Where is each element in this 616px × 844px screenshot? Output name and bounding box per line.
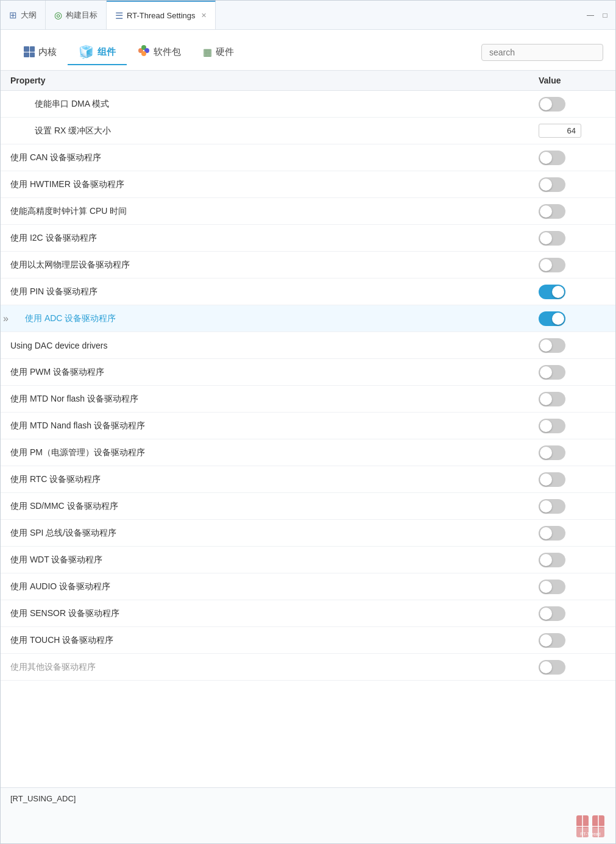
toggle-wdt[interactable] [539, 553, 565, 567]
table-row: Using DAC device drivers [1, 332, 615, 359]
toggle-thumb-rtc [540, 473, 552, 486]
table-row: 使用 AUDIO 设备驱动程序 [1, 573, 615, 600]
table-row: 使用 SPI 总线/设备驱动程序 [1, 520, 615, 547]
minimize-button[interactable]: — [585, 10, 596, 21]
tab-packages[interactable]: 软件包 [127, 40, 192, 65]
toggle-thumb-sdmmc [540, 500, 552, 512]
row-value-i2c [539, 231, 606, 246]
row-value-audio [539, 580, 606, 594]
toggle-more[interactable] [539, 660, 565, 675]
row-value-sensor [539, 606, 606, 621]
components-icon: 🧊 [79, 44, 94, 59]
tab-packages-label: 软件包 [154, 46, 181, 58]
toggle-track-pwm [539, 365, 565, 380]
hardware-icon: ▦ [203, 46, 212, 58]
packages-icon [138, 44, 150, 59]
toggle-audio[interactable] [539, 580, 565, 594]
toggle-ethphy[interactable] [539, 258, 565, 272]
search-input[interactable] [481, 44, 603, 61]
toggle-thumb-dma [540, 98, 552, 110]
build-icon: ◎ [54, 10, 62, 21]
window-controls: — □ [585, 10, 615, 21]
brand-logo: RT-Thread [575, 814, 606, 839]
statusbar-text: [RT_USING_ADC] [10, 794, 76, 803]
row-label-i2c: 使用 I2C 设备驱动程序 [10, 227, 539, 250]
toggle-adc[interactable] [539, 311, 565, 326]
row-value-wdt [539, 553, 606, 567]
tab-outline[interactable]: ⊞ 大纲 [1, 1, 46, 29]
row-label-mtdnor: 使用 MTD Nor flash 设备驱动程序 [10, 388, 539, 411]
toggle-dma[interactable] [539, 97, 565, 112]
row-value-touch [539, 633, 606, 648]
row-value-adc [539, 311, 606, 326]
tab-components[interactable]: 🧊 组件 [68, 40, 127, 65]
tab-components-label: 组件 [97, 46, 116, 58]
toggle-touch[interactable] [539, 633, 565, 648]
toggle-hwtimer[interactable] [539, 177, 565, 192]
row-value-rxbuf [539, 124, 606, 138]
toggle-track-can [539, 151, 565, 165]
row-value-pm [539, 445, 606, 460]
tab-hardware[interactable]: ▦ 硬件 [192, 41, 245, 64]
row-label-ethphy: 使用以太网物理层设备驱动程序 [10, 254, 539, 277]
close-tab-icon[interactable]: ✕ [201, 12, 207, 20]
toggle-dac[interactable] [539, 338, 565, 353]
row-label-audio: 使用 AUDIO 设备驱动程序 [10, 575, 539, 598]
tab-kernel[interactable]: 内核 [13, 41, 68, 64]
toggle-thumb-adc [552, 313, 564, 325]
tab-build-target[interactable]: ◎ 构建目标 [46, 1, 107, 29]
toggle-thumb-spi [540, 527, 552, 539]
table-row: 使用 PIN 设备驱动程序 [1, 278, 615, 305]
toggle-pin[interactable] [539, 285, 565, 299]
settings-table: Property Value 使能串口 DMA 模式 设置 RX 缓冲区大小 [1, 70, 615, 787]
titlebar: ⊞ 大纲 ◎ 构建目标 ☰ RT-Thread Settings ✕ — □ [1, 1, 615, 30]
nav-tabs-row: 内核 🧊 组件 软件包 ▦ 硬件 [1, 40, 615, 65]
row-label-more: 使用其他设备驱动程序 [10, 656, 539, 679]
toggle-sensor[interactable] [539, 606, 565, 621]
toggle-hpclock[interactable] [539, 204, 565, 219]
table-row: 使用 I2C 设备驱动程序 [1, 225, 615, 252]
toggle-sdmmc[interactable] [539, 499, 565, 514]
tab-rt-settings[interactable]: ☰ RT-Thread Settings ✕ [107, 1, 216, 29]
row-label-pwm: 使用 PWM 设备驱动程序 [10, 361, 539, 384]
toggle-i2c[interactable] [539, 231, 565, 246]
table-row: 使用 HWTIMER 设备驱动程序 [1, 171, 615, 198]
toggle-pwm[interactable] [539, 365, 565, 380]
rx-buf-input[interactable] [539, 124, 581, 138]
expand-arrow-icon[interactable]: » [1, 313, 11, 324]
toggle-track-wdt [539, 553, 565, 567]
toggle-mtdnor[interactable] [539, 392, 565, 406]
toggle-thumb-sensor [540, 608, 552, 620]
outline-icon: ⊞ [9, 10, 17, 21]
row-label-hpclock: 使能高精度时钟计算 CPU 时间 [10, 200, 539, 223]
tab-rt-settings-label: RT-Thread Settings [127, 11, 195, 20]
toggle-spi[interactable] [539, 526, 565, 541]
row-label-dac: Using DAC device drivers [10, 335, 539, 356]
toggle-track-ethphy [539, 258, 565, 272]
row-label-hwtimer: 使用 HWTIMER 设备驱动程序 [10, 173, 539, 196]
row-value-dma [539, 97, 606, 112]
toggle-track-audio [539, 580, 565, 594]
content-area: 内核 🧊 组件 软件包 ▦ 硬件 [1, 30, 615, 843]
toggle-track-sdmmc [539, 499, 565, 514]
table-row: 使用其他设备驱动程序 [1, 654, 615, 681]
row-label-pin: 使用 PIN 设备驱动程序 [10, 280, 539, 303]
row-label-pm: 使用 PM（电源管理）设备驱动程序 [10, 441, 539, 464]
row-value-hwtimer [539, 177, 606, 192]
toggle-pm[interactable] [539, 445, 565, 460]
toggle-track-spi [539, 526, 565, 541]
restore-button[interactable]: □ [600, 10, 611, 21]
table-row: 使用 WDT 设备驱动程序 [1, 547, 615, 573]
toggle-thumb-ethphy [540, 259, 552, 271]
toggle-thumb-wdt [540, 554, 552, 566]
table-row: 使能高精度时钟计算 CPU 时间 [1, 198, 615, 225]
toggle-can[interactable] [539, 151, 565, 165]
toggle-mtdnand[interactable] [539, 419, 565, 433]
toggle-track-i2c [539, 231, 565, 246]
toggle-thumb-hwtimer [540, 179, 552, 191]
toggle-track-more [539, 660, 565, 675]
toggle-thumb-dac [540, 339, 552, 352]
table-row: 设置 RX 缓冲区大小 [1, 118, 615, 144]
toggle-track-dma [539, 97, 565, 112]
toggle-rtc[interactable] [539, 472, 565, 487]
